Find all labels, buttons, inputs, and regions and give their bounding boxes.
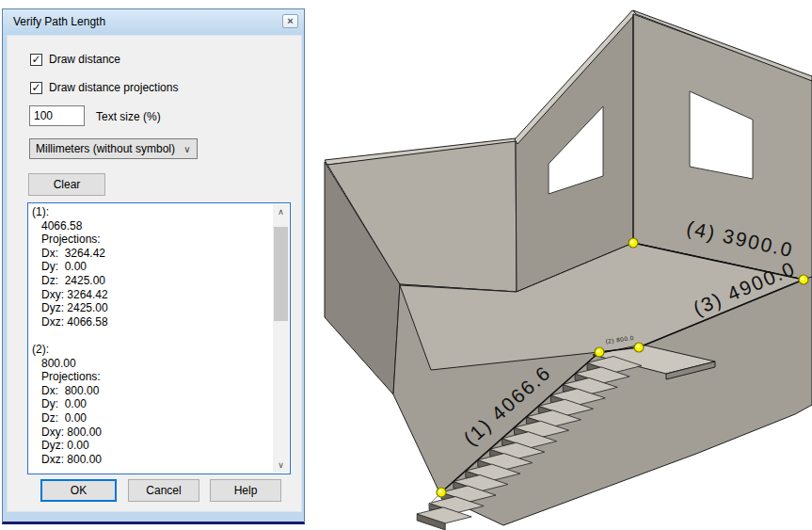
checkmark-icon: ✓ (31, 53, 40, 66)
scroll-up-icon[interactable]: ∧ (273, 204, 289, 219)
results-text: (1): 4066.58 Projections: Dx: 3264.42 Dy… (32, 205, 271, 474)
cancel-button[interactable]: Cancel (128, 479, 199, 502)
ok-button[interactable]: OK (40, 479, 117, 502)
clear-button[interactable]: Clear (28, 173, 105, 196)
chevron-down-icon: ∨ (178, 144, 197, 154)
units-dropdown[interactable]: Millimeters (without symbol) ∨ (29, 138, 198, 159)
results-list[interactable]: (1): 4066.58 Projections: Dx: 3264.42 Dy… (27, 202, 291, 474)
checkbox-draw-projections-label: Draw distance projections (49, 81, 178, 94)
checkbox-draw-distance-label: Draw distance (49, 53, 120, 66)
checkbox-draw-distance[interactable]: ✓ (30, 54, 42, 66)
dialog-title: Verify Path Length (13, 9, 105, 35)
dialog-titlebar[interactable]: Verify Path Length × (3, 9, 304, 35)
results-scrollbar[interactable]: ∧ ∨ (273, 204, 289, 473)
checkmark-icon: ✓ (31, 81, 40, 94)
verify-path-length-dialog: Verify Path Length × ✓ Draw distance ✓ D… (2, 8, 305, 524)
close-icon[interactable]: × (282, 14, 298, 28)
text-size-input[interactable] (29, 105, 85, 126)
scrollbar-thumb[interactable] (274, 227, 288, 321)
draw-projections-row: ✓ Draw distance projections (30, 81, 178, 94)
text-size-label: Text size (%) (96, 105, 161, 126)
3d-viewport[interactable]: (1) 4066.6 (2) 800.0 (3) 4900.0 (4) 3900… (310, 0, 812, 530)
draw-distance-row: ✓ Draw distance (30, 53, 120, 66)
checkbox-draw-projections[interactable]: ✓ (30, 82, 42, 94)
units-dropdown-selected: Millimeters (without symbol) (30, 142, 178, 155)
help-button[interactable]: Help (210, 479, 281, 502)
scroll-down-icon[interactable]: ∨ (273, 458, 289, 473)
